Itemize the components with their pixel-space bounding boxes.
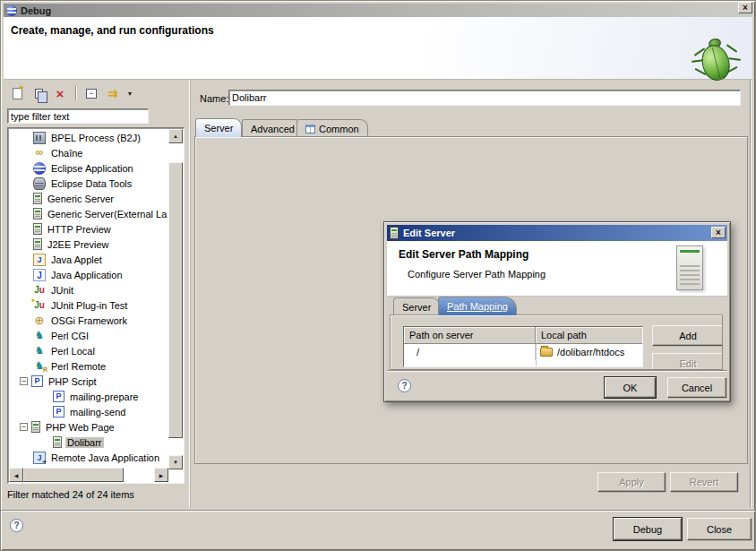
tree-item-generic-server-external-la[interactable]: Generic Server(External La <box>9 206 168 221</box>
scrollbar-thumb[interactable] <box>168 162 183 438</box>
perl-icon: ♞ <box>33 345 46 357</box>
column-header-path-on-server[interactable]: Path on server <box>404 327 536 344</box>
table-row[interactable]: //dolibarr/htdocs <box>404 344 642 360</box>
php-web-icon <box>53 436 62 448</box>
tree-item-label: Dolibarr <box>65 437 104 448</box>
edit-server-dialog: Edit Server × Edit Server Path Mapping C… <box>383 221 731 402</box>
server-icon <box>33 193 42 204</box>
tree-item-eclipse-data-tools[interactable]: Eclipse Data Tools <box>9 176 168 191</box>
scroll-down-arrow-icon[interactable]: ▼ <box>168 455 183 469</box>
help-icon[interactable]: ? <box>10 519 23 532</box>
osgi-icon: ⊕ <box>33 314 46 327</box>
perl-remote-icon: ♞ <box>33 360 46 373</box>
tree-item-label: HTTP Preview <box>46 224 113 235</box>
tree-item-mailing-prepare[interactable]: Pmailing-prepare <box>9 389 168 404</box>
dialog-header: Edit Server Path Mapping Configure Serve… <box>387 241 727 297</box>
server-icon <box>33 208 42 220</box>
config-name-input[interactable] <box>228 90 741 106</box>
tree-item-label: mailing-prepare <box>68 392 140 402</box>
chain-icon: ∞ <box>33 147 46 159</box>
tree-item-java-application[interactable]: JJava Application <box>9 267 168 282</box>
help-icon[interactable]: ? <box>398 379 411 392</box>
server-tower-image <box>676 245 703 290</box>
scroll-right-arrow-icon[interactable]: ▶ <box>154 468 168 482</box>
tree-item-label: BPEL Process (B2J) <box>49 133 142 143</box>
server-icon <box>390 227 399 239</box>
tree-item-generic-server[interactable]: Generic Server <box>9 191 168 206</box>
tree-item-perl-remote[interactable]: ♞Perl Remote <box>9 358 168 374</box>
php-icon: P <box>31 375 43 387</box>
page-title: Create, manage, and run configurations <box>11 24 214 37</box>
tree-item-mailing-send[interactable]: Pmailing-send <box>9 404 168 419</box>
tab-common[interactable]: Common <box>296 119 368 137</box>
debug-bug-image <box>692 37 742 89</box>
applet-icon: J <box>33 254 46 266</box>
dialog-tab-path-mapping[interactable]: Path Mapping <box>438 297 517 315</box>
dialog-titlebar[interactable]: Edit Server <box>387 225 727 241</box>
dialog-close-button[interactable]: × <box>711 227 726 238</box>
tree-item-eclipse-application[interactable]: Eclipse Application <box>9 160 168 176</box>
local-path-cell: /dolibarr/htdocs <box>536 347 642 357</box>
duplicate-config-icon[interactable] <box>30 84 47 102</box>
eclipse-app-icon <box>6 5 17 16</box>
close-button[interactable]: Close <box>687 518 752 540</box>
delete-config-icon[interactable]: × <box>51 84 69 102</box>
footer-separator <box>1 510 756 512</box>
edit-mapping-button: Edit <box>652 353 723 370</box>
tree-item-http-preview[interactable]: HTTP Preview <box>9 221 168 237</box>
tree-item-label: JUnit <box>49 285 75 296</box>
tree-item-j2ee-preview[interactable]: J2EE Preview <box>9 237 168 252</box>
tree-item-label: Eclipse Application <box>49 163 135 174</box>
config-tree: BPEL Process (B2J)∞ChaîneEclipse Applica… <box>7 127 185 484</box>
tree-item-label: Generic Server <box>46 194 116 204</box>
new-config-icon[interactable] <box>8 84 26 102</box>
path-mapping-tab-content: Path on serverLocal path //dolibarr/htdo… <box>390 314 723 370</box>
tree-horizontal-scrollbar[interactable]: ◀ ▶ <box>9 468 168 482</box>
filter-icon[interactable]: ⇉ <box>104 84 122 102</box>
tree-item-php-web-page[interactable]: −PHP Web Page <box>9 419 168 435</box>
path-on-server-cell: / <box>404 344 536 360</box>
junit-plugin-icon: Ju <box>33 299 46 312</box>
tree-item-cha-ne[interactable]: ∞Chaîne <box>9 145 168 160</box>
tree-item-label: J2EE Preview <box>46 239 110 250</box>
window-titlebar[interactable]: Debug <box>4 4 752 17</box>
tree-item-java-applet[interactable]: JJava Applet <box>9 252 168 267</box>
type-filter-input[interactable] <box>7 108 149 124</box>
apply-button: Apply <box>597 472 666 492</box>
path-mapping-table: Path on serverLocal path //dolibarr/htdo… <box>403 326 643 367</box>
tab-advanced[interactable]: Advanced <box>242 119 304 137</box>
tree-item-perl-cgi[interactable]: ♞Perl CGI <box>9 328 168 343</box>
tree-vertical-scrollbar[interactable]: ▲ ▼ <box>168 129 183 469</box>
collapse-all-icon[interactable]: − <box>82 84 100 102</box>
tree-item-php-script[interactable]: −PPHP Script <box>9 374 168 389</box>
table-icon <box>305 125 315 133</box>
collapse-toggle-icon[interactable]: − <box>20 423 28 431</box>
scroll-up-arrow-icon[interactable]: ▲ <box>168 129 183 143</box>
tree-item-bpel-process-b2j[interactable]: BPEL Process (B2J) <box>9 130 168 145</box>
tree-item-osgi-framework[interactable]: ⊕OSGi Framework <box>9 313 168 328</box>
column-header-local-path[interactable]: Local path <box>536 327 642 344</box>
tab-server[interactable]: Server <box>195 118 242 137</box>
dialog-tab-server[interactable]: Server <box>393 297 440 315</box>
revert-button: Revert <box>670 472 738 492</box>
tree-item-label: PHP Web Page <box>44 422 116 433</box>
window-close-button[interactable]: × <box>738 2 752 13</box>
tree-item-remote-java-application[interactable]: JRemote Java Application <box>9 450 168 465</box>
tree-item-label: JUnit Plug-in Test <box>49 300 129 311</box>
tree-item-junit-plug-in-test[interactable]: JuJUnit Plug-in Test <box>9 297 168 313</box>
add-mapping-button[interactable]: Add <box>652 325 723 346</box>
tree-item-dolibarr[interactable]: Dolibarr <box>9 435 168 450</box>
scrollbar-thumb[interactable] <box>23 468 124 482</box>
server-icon <box>33 238 42 250</box>
debug-button[interactable]: Debug <box>614 518 682 540</box>
panel-sash[interactable] <box>189 80 191 507</box>
filter-menu-arrow-icon[interactable]: ▼ <box>125 84 134 102</box>
cancel-button[interactable]: Cancel <box>667 377 726 398</box>
server-icon <box>33 223 42 235</box>
ok-button[interactable]: OK <box>605 377 656 398</box>
tree-item-perl-local[interactable]: ♞Perl Local <box>9 343 168 358</box>
collapse-toggle-icon[interactable]: − <box>20 377 28 385</box>
dialog-heading: Edit Server Path Mapping <box>399 248 528 261</box>
table-rows: //dolibarr/htdocs <box>404 344 642 360</box>
scroll-left-arrow-icon[interactable]: ◀ <box>9 468 23 482</box>
